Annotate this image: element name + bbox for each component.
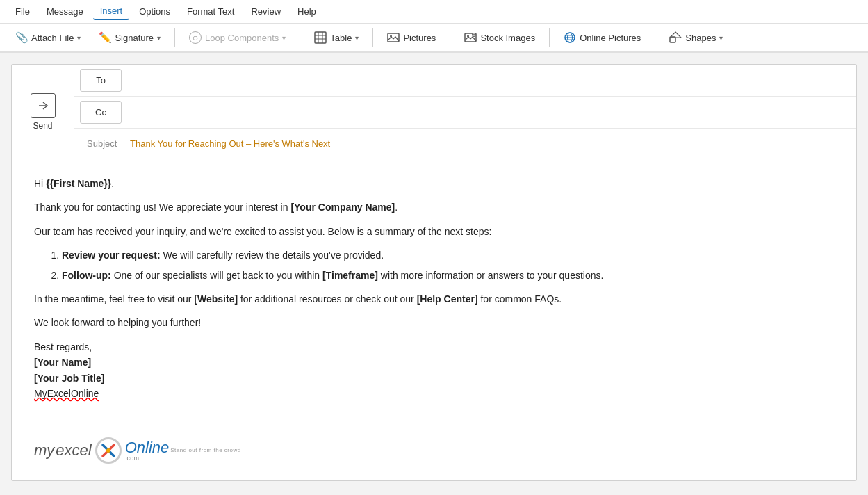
table-chevron: ▾ xyxy=(355,34,359,42)
stock-images-icon xyxy=(464,31,477,44)
send-label: Send xyxy=(33,121,52,131)
shapes-label: Shapes xyxy=(685,33,716,43)
logo-tagline: .com xyxy=(125,455,140,462)
first-name-placeholder: {{First Name}} xyxy=(46,178,111,189)
logo-excel: excel xyxy=(56,441,91,460)
stock-images-button[interactable]: Stock Images xyxy=(457,28,542,47)
attach-file-icon: 📎 xyxy=(15,31,28,44)
your-name: [Your Name] xyxy=(34,357,91,368)
online-pictures-icon xyxy=(564,31,576,44)
toolbar-separator-4 xyxy=(450,28,450,47)
pictures-icon xyxy=(387,31,400,44)
menu-review[interactable]: Review xyxy=(244,3,288,19)
menu-help[interactable]: Help xyxy=(290,3,323,19)
logo-my: my xyxy=(34,441,54,460)
signature-button[interactable]: ✏️ Signature ▾ xyxy=(92,28,167,47)
toolbar: 📎 Attach File ▾ ✏️ Signature ▾ ○ Loop Co… xyxy=(0,24,868,53)
cc-input[interactable] xyxy=(127,102,856,123)
online-pictures-label: Online Pictures xyxy=(580,33,641,43)
logo-online: Online xyxy=(125,440,170,455)
email-header: Send To Cc Subject Thank You for Reachin… xyxy=(12,65,856,159)
menu-format-text[interactable]: Format Text xyxy=(180,3,241,19)
company-name-placeholder: [Your Company Name] xyxy=(290,202,395,213)
steps-list: Review your request: We will carefully r… xyxy=(62,248,834,283)
menu-options[interactable]: Options xyxy=(132,3,177,19)
send-icon xyxy=(31,93,56,118)
company-name: MyExcelOnline xyxy=(34,388,99,399)
menu-file[interactable]: File xyxy=(8,3,37,19)
logo-online-section: Online .com xyxy=(125,440,170,462)
toolbar-separator-3 xyxy=(372,28,373,47)
send-button[interactable]: Send xyxy=(12,65,74,159)
followup-bold: Follow-up: xyxy=(62,270,111,281)
attach-file-button[interactable]: 📎 Attach File ▾ xyxy=(8,28,88,47)
stock-images-label: Stock Images xyxy=(480,33,535,43)
subject-value[interactable]: Thank You for Reaching Out – Here's What… xyxy=(127,133,333,154)
help-center-placeholder: [Help Center] xyxy=(417,293,478,305)
logo-circle xyxy=(95,437,122,464)
paragraph-4: We look forward to helping you further! xyxy=(34,315,834,330)
email-fields: To Cc Subject Thank You for Reaching Out… xyxy=(74,65,856,159)
subject-label: Subject xyxy=(80,133,122,154)
pictures-button[interactable]: Pictures xyxy=(380,28,443,47)
subject-field-row: Subject Thank You for Reaching Out – Her… xyxy=(74,129,856,159)
paragraph-3: In the meantime, feel free to visit our … xyxy=(34,291,834,307)
shapes-chevron: ▾ xyxy=(719,34,723,42)
toolbar-separator-5 xyxy=(549,28,550,47)
paragraph-2: Our team has received your inquiry, and … xyxy=(34,224,834,239)
website-placeholder: [Website] xyxy=(194,293,238,305)
logo-tagline-section: Stand out from the crowd xyxy=(170,447,240,455)
attach-file-chevron: ▾ xyxy=(77,34,81,42)
cc-button[interactable]: Cc xyxy=(80,101,122,124)
signature-icon: ✏️ xyxy=(99,31,111,44)
loop-components-icon: ○ xyxy=(189,31,202,44)
attach-file-label: Attach File xyxy=(31,33,74,43)
shapes-icon xyxy=(669,31,682,44)
logo: my excel Online .com xyxy=(34,437,169,464)
closing: Best regards, [Your Name] [Your Job Titl… xyxy=(34,339,834,402)
menu-message[interactable]: Message xyxy=(40,3,90,19)
email-body[interactable]: Hi {{First Name}}, Thank you for contact… xyxy=(12,159,856,426)
menu-bar: File Message Insert Options Format Text … xyxy=(0,0,868,24)
list-item-2: Follow-up: One of our specialists will g… xyxy=(62,268,834,283)
your-title: [Your Job Title] xyxy=(34,373,104,384)
review-bold: Review your request: xyxy=(62,250,161,261)
signature-label: Signature xyxy=(115,33,154,43)
compose-area: Send To Cc Subject Thank You for Reachin… xyxy=(11,64,857,481)
svg-point-21 xyxy=(106,448,110,453)
loop-components-label: Loop Components xyxy=(205,33,279,43)
toolbar-separator-6 xyxy=(655,28,655,47)
toolbar-separator-2 xyxy=(300,28,300,47)
greeting: Hi {{First Name}}, xyxy=(34,176,834,191)
timeframe-placeholder: [Timeframe] xyxy=(322,270,378,281)
to-input[interactable] xyxy=(127,70,856,91)
to-button[interactable]: To xyxy=(80,69,122,92)
table-label: Table xyxy=(330,33,352,43)
pictures-label: Pictures xyxy=(403,33,436,43)
svg-rect-0 xyxy=(315,32,326,43)
logo-stand-out: Stand out from the crowd xyxy=(170,447,240,453)
list-item-1: Review your request: We will carefully r… xyxy=(62,248,834,263)
table-icon xyxy=(314,31,327,44)
to-field-row: To xyxy=(74,65,856,97)
loop-chevron: ▾ xyxy=(282,34,286,42)
logo-area: my excel Online .com Stand out from the … xyxy=(12,426,856,480)
menu-insert[interactable]: Insert xyxy=(93,3,130,20)
toolbar-separator-1 xyxy=(174,28,175,47)
cc-field-row: Cc xyxy=(74,97,856,129)
loop-components-button[interactable]: ○ Loop Components ▾ xyxy=(182,28,293,47)
paragraph-1: Thank you for contacting us! We apprecia… xyxy=(34,200,834,215)
signature-chevron: ▾ xyxy=(157,34,161,42)
table-button[interactable]: Table ▾ xyxy=(307,28,366,47)
shapes-button[interactable]: Shapes ▾ xyxy=(662,28,730,47)
online-pictures-button[interactable]: Online Pictures xyxy=(557,28,648,47)
svg-rect-5 xyxy=(388,33,399,42)
